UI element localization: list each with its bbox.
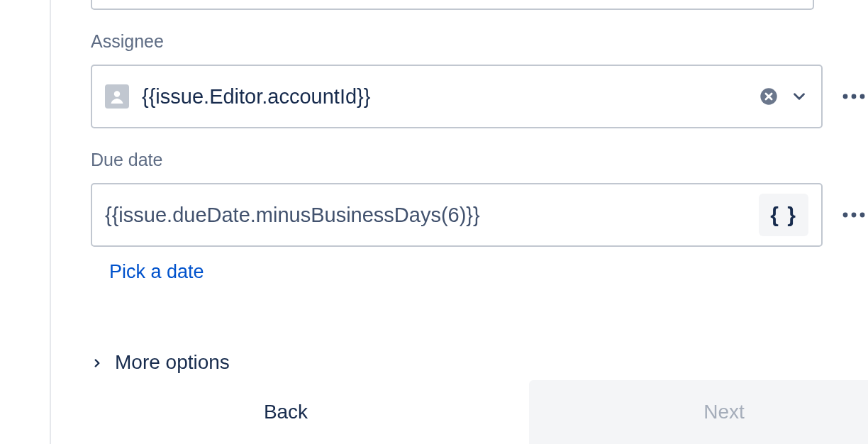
svg-point-2 [843,94,848,99]
more-options-label: More options [115,351,230,374]
footer-button-row: Back Next [91,380,868,444]
svg-point-5 [843,213,848,218]
due-date-more-actions[interactable] [840,211,868,218]
due-date-label: Due date [91,150,868,170]
pick-a-date-link[interactable]: Pick a date [109,261,204,283]
assignee-label: Assignee [91,31,868,52]
chevron-down-icon[interactable] [790,87,808,106]
previous-field-box-bottom [91,0,814,10]
due-date-value: {{issue.dueDate.minusBusinessDays(6)}} [105,204,752,227]
assignee-value: {{issue.Editor.accountId}} [142,85,752,109]
avatar-icon [105,84,129,109]
more-options-toggle[interactable]: More options [91,351,868,374]
svg-point-6 [852,213,857,218]
main-panel: Assignee {{issue.Editor.accountId}} [51,0,868,444]
assignee-input[interactable]: {{issue.Editor.accountId}} [91,65,823,128]
back-button[interactable]: Back [91,380,481,444]
next-button: Next [529,380,868,444]
smart-value-chip[interactable]: { } [759,194,808,236]
svg-point-3 [852,94,857,99]
chevron-right-icon [91,355,104,372]
due-date-input[interactable]: {{issue.dueDate.minusBusinessDays(6)}} {… [91,183,823,247]
clear-icon[interactable] [759,87,779,106]
svg-point-7 [860,213,865,218]
assignee-field: Assignee {{issue.Editor.accountId}} [91,31,868,128]
due-date-field: Due date {{issue.dueDate.minusBusinessDa… [91,150,868,283]
svg-point-4 [860,94,865,99]
left-sidebar [0,0,51,444]
assignee-more-actions[interactable] [840,93,868,100]
svg-point-0 [114,91,120,96]
